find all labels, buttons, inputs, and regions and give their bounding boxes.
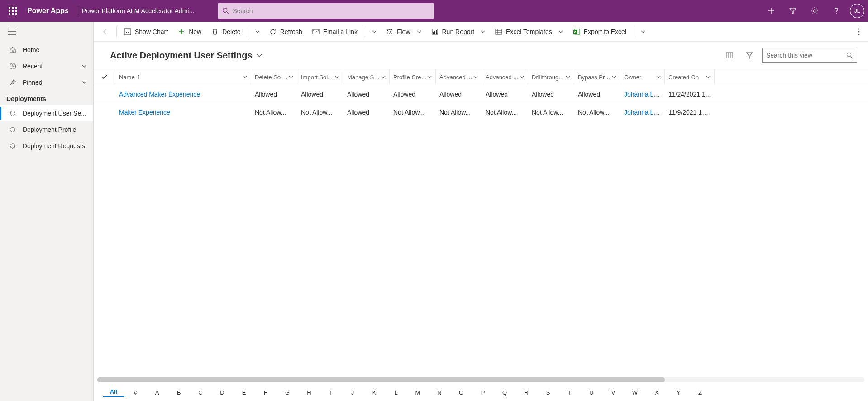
chevron-down-icon[interactable]	[427, 75, 432, 79]
app-subtitle[interactable]: Power Platform ALM Accelerator Admi...	[82, 7, 200, 14]
sidebar-item-pinned[interactable]: Pinned	[0, 74, 93, 91]
view-search[interactable]	[762, 48, 857, 63]
back-button[interactable]	[97, 22, 114, 42]
view-selector-dropdown[interactable]	[256, 52, 262, 58]
chevron-down-icon[interactable]	[473, 75, 478, 79]
chevron-down-icon[interactable]	[706, 75, 711, 79]
hamburger-icon[interactable]	[0, 22, 93, 42]
edit-columns-icon[interactable]	[722, 48, 737, 63]
export-excel-dropdown[interactable]	[637, 22, 649, 42]
alpha-filter[interactable]: I	[320, 389, 342, 396]
column-header-owner[interactable]: Owner	[620, 69, 665, 85]
column-header[interactable]: Advanced ...	[436, 69, 482, 85]
alpha-filter[interactable]: D	[211, 389, 233, 396]
global-search[interactable]	[218, 3, 434, 19]
brand-label[interactable]: Power Apps	[22, 7, 74, 15]
alpha-filter[interactable]: R	[515, 389, 537, 396]
column-label: Bypass Pre...	[578, 74, 612, 81]
filter-icon[interactable]	[783, 0, 803, 22]
alpha-filter[interactable]: K	[363, 389, 385, 396]
help-icon[interactable]	[826, 0, 846, 22]
sidebar-item-deployment-requests[interactable]: Deployment Requests	[0, 138, 93, 154]
table-row[interactable]: Maker Experience Not Allow... Not Allow.…	[94, 103, 868, 121]
flow-button[interactable]: Flow	[382, 22, 426, 42]
alpha-filter[interactable]: S	[537, 389, 559, 396]
alpha-filter[interactable]: Y	[668, 389, 689, 396]
scrollbar-thumb[interactable]	[97, 377, 665, 382]
button-label: Excel Templates	[506, 28, 552, 35]
svg-rect-7	[12, 13, 14, 15]
excel-templates-button[interactable]: Excel Templates	[491, 22, 568, 42]
email-link-button[interactable]: Email a Link	[308, 22, 362, 42]
alpha-filter[interactable]: W	[624, 389, 646, 396]
app-launcher-icon[interactable]	[4, 0, 22, 22]
sidebar-item-home[interactable]: Home	[0, 42, 93, 58]
alpha-filter[interactable]: L	[385, 389, 407, 396]
sidebar-item-deployment-user-settings[interactable]: Deployment User Se...	[0, 105, 93, 121]
alpha-filter[interactable]: G	[277, 389, 298, 396]
chevron-down-icon[interactable]	[612, 75, 616, 79]
column-header[interactable]: Delete Solu...	[251, 69, 297, 85]
column-header[interactable]: Drillthroug...	[528, 69, 574, 85]
user-avatar[interactable]: JL	[850, 4, 864, 18]
add-icon[interactable]	[761, 0, 781, 22]
alpha-filter[interactable]: F	[255, 389, 277, 396]
record-link[interactable]: Advanced Maker Experience	[119, 91, 200, 98]
alpha-filter[interactable]: H	[298, 389, 320, 396]
show-chart-button[interactable]: Show Chart	[119, 22, 172, 42]
column-header[interactable]: Import Sol...	[297, 69, 343, 85]
column-header-name[interactable]: Name	[115, 69, 251, 85]
owner-link[interactable]: Johanna Lorenz	[624, 109, 665, 116]
column-header-created[interactable]: Created On	[665, 69, 715, 85]
alpha-filter[interactable]: B	[168, 389, 190, 396]
chevron-down-icon[interactable]	[289, 75, 293, 79]
alpha-filter[interactable]: Z	[689, 389, 711, 396]
alpha-filter[interactable]: P	[472, 389, 494, 396]
alpha-filter[interactable]: J	[342, 389, 363, 396]
alpha-filter[interactable]: A	[146, 389, 168, 396]
cell-value: Allowed	[390, 91, 436, 98]
select-all-checkbox[interactable]	[94, 69, 115, 85]
alpha-filter[interactable]: M	[407, 389, 429, 396]
horizontal-scrollbar[interactable]	[97, 377, 864, 382]
chevron-down-icon[interactable]	[243, 75, 247, 79]
chevron-down-icon[interactable]	[381, 75, 386, 79]
owner-link[interactable]: Johanna Lorenz	[624, 91, 665, 98]
column-header[interactable]: Profile Crea...	[390, 69, 436, 85]
refresh-button[interactable]: Refresh	[265, 22, 307, 42]
alpha-filter[interactable]: C	[190, 389, 211, 396]
filter-icon[interactable]	[742, 48, 757, 63]
overflow-menu[interactable]	[854, 22, 864, 42]
sidebar-item-recent[interactable]: Recent	[0, 58, 93, 74]
alpha-filter[interactable]: O	[450, 389, 472, 396]
email-link-dropdown[interactable]	[368, 22, 381, 42]
record-link[interactable]: Maker Experience	[119, 109, 170, 116]
alpha-filter[interactable]: T	[559, 389, 581, 396]
column-header[interactable]: Advanced ...	[482, 69, 528, 85]
run-report-button[interactable]: Run Report	[427, 22, 490, 42]
chevron-down-icon[interactable]	[335, 75, 339, 79]
column-header[interactable]: Bypass Pre...	[574, 69, 620, 85]
alpha-filter[interactable]: Q	[494, 389, 515, 396]
delete-dropdown[interactable]	[251, 22, 264, 42]
new-button[interactable]: New	[173, 22, 206, 42]
delete-button[interactable]: Delete	[207, 22, 245, 42]
alpha-filter[interactable]: X	[646, 389, 668, 396]
sidebar-item-deployment-profile[interactable]: Deployment Profile	[0, 121, 93, 138]
alpha-filter[interactable]: N	[429, 389, 450, 396]
alpha-filter[interactable]: V	[602, 389, 624, 396]
chevron-down-icon[interactable]	[656, 75, 661, 79]
column-header[interactable]: Manage So...	[343, 69, 390, 85]
table-row[interactable]: Advanced Maker Experience Allowed Allowe…	[94, 85, 868, 103]
svg-rect-37	[726, 53, 733, 58]
alpha-filter-all[interactable]: All	[103, 388, 124, 397]
alpha-filter[interactable]: E	[233, 389, 255, 396]
chevron-down-icon[interactable]	[566, 75, 570, 79]
view-search-input[interactable]	[766, 52, 846, 59]
global-search-input[interactable]	[233, 7, 429, 14]
gear-icon[interactable]	[805, 0, 825, 22]
alpha-filter[interactable]: #	[124, 389, 146, 396]
alpha-filter[interactable]: U	[581, 389, 602, 396]
chevron-down-icon[interactable]	[520, 75, 524, 79]
export-excel-button[interactable]: Export to Excel	[568, 22, 631, 42]
